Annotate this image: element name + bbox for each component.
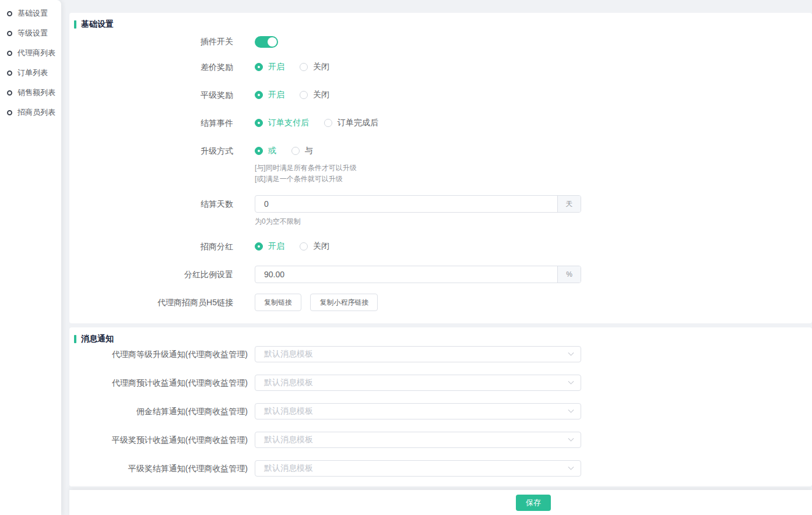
circle-icon: [7, 31, 12, 36]
field-label: 升级方式: [69, 142, 233, 185]
radio-icon: [300, 63, 308, 71]
message-notify-card: 消息通知 代理商等级升级通知(代理商收益管理) 默认消息模板 代理商预计收益通知…: [69, 327, 812, 486]
settlement-days-hint: 为0为空不限制: [255, 216, 581, 227]
field-label: 结算天数: [69, 195, 233, 227]
section-title-basic: 基础设置: [69, 13, 812, 29]
section-title-text: 消息通知: [81, 334, 114, 344]
radio-option-on[interactable]: 开启: [255, 62, 284, 72]
sidebar-item-label: 基础设置: [17, 8, 48, 19]
form-row-commission-settle-notify: 佣金结算通知(代理商收益管理) 默认消息模板: [69, 403, 812, 419]
radio-icon: [291, 147, 300, 155]
radio-label: 关闭: [313, 90, 329, 100]
radio-icon: [300, 91, 308, 99]
form-row-same-level-reward: 平级奖励 开启 关闭: [69, 86, 812, 104]
basic-settings-card: 基础设置 插件开关 差价奖励: [69, 13, 812, 323]
dividend-ratio-input[interactable]: [255, 266, 557, 283]
hint-and: [与]同时满足所有条件才可以升级: [255, 163, 357, 174]
form-row-plugin-switch: 插件开关: [69, 33, 812, 48]
radio-option-and[interactable]: 与: [291, 146, 313, 156]
form-row-upgrade-method: 升级方式 或 与 [: [69, 142, 812, 185]
field-label: 代理商等级升级通知(代理商收益管理): [69, 346, 248, 362]
circle-icon: [7, 11, 12, 16]
field-label: 差价奖励: [69, 58, 233, 76]
sidebar-item-agent-list[interactable]: 代理商列表: [0, 43, 61, 63]
sidebar-item-basic-settings[interactable]: 基础设置: [0, 3, 61, 23]
select-placeholder: 默认消息模板: [264, 463, 313, 474]
section-title-text: 基础设置: [81, 19, 114, 30]
radio-group: 开启 关闭: [255, 238, 345, 255]
radio-option-after-payment[interactable]: 订单支付后: [255, 118, 309, 128]
upgrade-method-hints: [与]同时满足所有条件才可以升级 [或]满足一个条件就可以升级: [255, 163, 357, 185]
settlement-days-input[interactable]: [255, 196, 557, 212]
input-suffix-days: 天: [557, 196, 581, 212]
sidebar-item-label: 订单列表: [17, 68, 48, 78]
radio-label: 订单完成后: [338, 118, 378, 128]
sidebar-item-level-settings[interactable]: 等级设置: [0, 23, 61, 43]
radio-group: 或 与: [255, 142, 357, 160]
template-select[interactable]: 默认消息模板: [255, 375, 581, 391]
save-button[interactable]: 保存: [516, 495, 551, 511]
select-placeholder: 默认消息模板: [264, 378, 313, 388]
template-select[interactable]: 默认消息模板: [255, 346, 581, 362]
input-suffix-percent: %: [557, 266, 581, 283]
template-select[interactable]: 默认消息模板: [255, 432, 581, 448]
sidebar-item-label: 销售额列表: [17, 87, 55, 98]
radio-icon: [255, 63, 263, 71]
radio-label: 开启: [268, 241, 284, 252]
field-label: 平级奖预计收益通知(代理商收益管理): [69, 432, 248, 448]
form-row-h5-link: 代理商招商员H5链接 复制链接 复制小程序链接: [69, 294, 812, 311]
chevron-down-icon: [568, 435, 574, 441]
radio-label: 开启: [268, 62, 284, 72]
radio-option-off[interactable]: 关闭: [300, 241, 329, 252]
template-select[interactable]: 默认消息模板: [255, 403, 581, 419]
field-label: 结算事件: [69, 114, 233, 132]
radio-icon: [255, 242, 263, 251]
copy-link-button[interactable]: 复制链接: [255, 294, 301, 311]
field-label: 代理商招商员H5链接: [69, 294, 233, 311]
radio-option-after-completion[interactable]: 订单完成后: [324, 118, 378, 128]
section-accent-bar: [74, 335, 76, 343]
radio-icon: [255, 91, 263, 99]
form-row-dividend-ratio: 分红比例设置 %: [69, 266, 812, 283]
circle-icon: [7, 51, 12, 56]
form-row-samelevel-settle-notify: 平级奖结算通知(代理商收益管理) 默认消息模板: [69, 460, 812, 477]
radio-label: 关闭: [313, 241, 329, 252]
radio-group: 订单支付后 订单完成后: [255, 114, 393, 132]
footer-bar: 保存: [69, 490, 812, 515]
sidebar-item-sales-list[interactable]: 销售额列表: [0, 83, 61, 103]
sidebar-item-recruiter-list[interactable]: 招商员列表: [0, 103, 61, 122]
form-row-price-diff-reward: 差价奖励 开启 关闭: [69, 58, 812, 76]
dividend-ratio-input-group: %: [255, 266, 581, 283]
radio-option-or[interactable]: 或: [255, 146, 276, 156]
circle-icon: [7, 70, 12, 76]
sidebar-item-label: 等级设置: [17, 28, 48, 38]
radio-label: 与: [305, 146, 313, 156]
sidebar-item-order-list[interactable]: 订单列表: [0, 63, 61, 83]
sidebar-item-label: 代理商列表: [17, 48, 55, 58]
toggle-knob: [268, 37, 277, 47]
field-label: 分红比例设置: [69, 266, 233, 283]
settlement-days-input-group: 天: [255, 195, 581, 213]
radio-option-on[interactable]: 开启: [255, 90, 284, 100]
plugin-switch-toggle[interactable]: [255, 36, 278, 48]
select-placeholder: 默认消息模板: [264, 435, 313, 445]
field-label: 代理商预计收益通知(代理商收益管理): [69, 375, 248, 391]
field-label: 招商分红: [69, 238, 233, 255]
radio-option-on[interactable]: 开启: [255, 241, 284, 252]
circle-icon: [7, 90, 12, 96]
form-row-settlement-event: 结算事件 订单支付后 订单完成后: [69, 114, 812, 132]
section-accent-bar: [74, 20, 76, 29]
copy-miniprogram-link-button[interactable]: 复制小程序链接: [310, 294, 378, 311]
radio-icon: [255, 147, 263, 155]
radio-option-off[interactable]: 关闭: [300, 62, 329, 72]
radio-icon: [255, 119, 263, 127]
radio-label: 关闭: [313, 62, 329, 72]
template-select[interactable]: 默认消息模板: [255, 460, 581, 477]
field-label: 平级奖励: [69, 86, 233, 104]
radio-group: 开启 关闭: [255, 58, 345, 76]
basic-settings-form: 插件开关 差价奖励 开启: [69, 29, 812, 311]
select-placeholder: 默认消息模板: [264, 406, 313, 417]
form-row-level-upgrade-notify: 代理商等级升级通知(代理商收益管理) 默认消息模板: [69, 346, 812, 362]
radio-option-off[interactable]: 关闭: [300, 90, 329, 100]
chevron-down-icon: [568, 407, 574, 412]
